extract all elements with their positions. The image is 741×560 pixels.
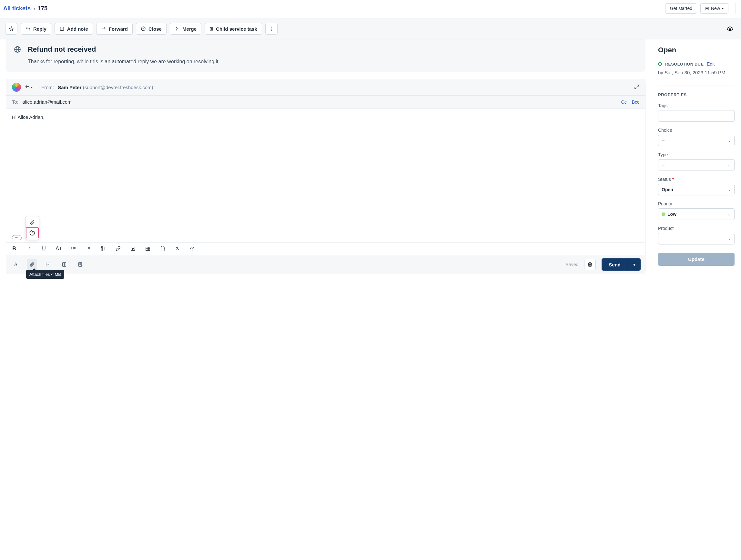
chevron-down-icon: ⌄ [728,163,731,167]
to-address[interactable]: alice.adrian@mail.com [22,99,72,105]
update-button[interactable]: Update [658,253,735,266]
ordered-list-button[interactable] [85,245,92,252]
from-label: From: [41,84,54,90]
clear-format-button[interactable] [174,245,181,252]
ticket-preview: Thanks for reporting, while this is an a… [28,59,638,65]
attach-cloud-option[interactable] [26,227,39,238]
kb-button[interactable] [59,259,69,270]
ai-button[interactable]: A [189,245,196,252]
watch-button[interactable] [724,23,736,35]
product-value: -- [662,236,665,241]
get-started-button[interactable]: Get started [665,3,697,13]
format-toolbar: B I U A⋮ ¶⋮ { } [6,242,645,255]
star-button[interactable] [5,23,17,35]
top-header: All tickets › 175 Get started ⊞ New ▾ [0,0,741,18]
send-button[interactable]: Send [602,258,628,271]
unordered-list-button[interactable] [70,245,77,252]
more-menu-button[interactable]: ⋮ [265,23,278,35]
globe-icon [13,46,21,53]
template-button[interactable] [75,259,85,270]
star-icon [9,26,14,31]
svg-line-9 [637,85,639,86]
child-task-button[interactable]: ⊞ Child service task [205,23,262,35]
reply-type-dropdown[interactable]: ▾ [25,84,36,90]
breadcrumb-parent[interactable]: All tickets [3,5,31,12]
tags-label: Tags [658,103,735,108]
kebab-icon: ⋮ [269,26,274,32]
type-select[interactable]: -- ⌄ [658,159,735,171]
main-column: Refund not received Thanks for reporting… [0,40,651,280]
status-label: Status* [658,177,735,182]
plus-box-icon: ⊞ [705,6,709,11]
merge-button[interactable]: Merge [170,23,201,35]
agent-avatar [12,83,21,92]
check-circle-icon [141,26,146,31]
edit-resolution-link[interactable]: Edit [707,61,715,67]
composer-from-row: ▾ From: Sam Peter (support@devrel.freshd… [6,79,645,96]
chevron-right-icon: › [33,5,35,12]
table-button[interactable] [144,245,151,252]
chevron-down-icon: ⌄ [728,212,731,216]
merge-label: Merge [182,26,197,32]
composer-footer: A Saved [6,255,645,274]
breadcrumb: All tickets › 175 [3,5,48,12]
svg-marker-0 [9,26,13,31]
type-label: Type [658,152,735,157]
expand-button[interactable] [634,84,639,90]
eye-icon [727,25,733,32]
clear-icon [175,246,180,251]
canned-response-button[interactable] [43,259,53,270]
attach-popup [25,216,40,240]
status-select[interactable]: Open ⌄ [658,184,735,195]
code-button[interactable]: { } [159,245,166,252]
product-select[interactable]: -- ⌄ [658,233,735,244]
composer-body[interactable]: Hi Alice Adrian, [6,109,645,235]
attach-tooltip: Attach files < MB [26,270,64,279]
discard-button[interactable] [584,259,596,270]
resolution-label: RESOLUTION DUE [665,62,703,67]
svg-point-4 [141,27,145,31]
chevron-down-icon: ⌄ [728,187,731,192]
reply-button[interactable]: Reply [21,23,51,35]
show-trimmed-button[interactable] [12,235,22,240]
paragraph-button[interactable]: ¶⋮ [100,245,107,252]
forward-label: Forward [109,26,128,32]
status-value: Open [662,187,673,192]
text-color-button[interactable]: A⋮ [55,245,62,252]
template-icon [78,262,83,267]
reply-icon [25,84,30,90]
link-button[interactable] [115,245,122,252]
send-dropdown[interactable]: ▾ [628,258,641,271]
text-format-footer-button[interactable]: A [11,259,21,270]
body-greeting: Hi Alice Adrian, [12,114,639,120]
image-button[interactable] [129,245,137,252]
add-note-label: Add note [67,26,88,32]
svg-point-12 [72,248,72,249]
from-email: (support@devrel.freshdesk.com) [83,84,153,90]
priority-value: Low [667,211,676,217]
ticket-status-heading: Open [658,46,735,54]
close-button[interactable]: Close [136,23,166,35]
divider [658,85,735,86]
bold-button[interactable]: B [11,245,18,252]
new-button[interactable]: ⊞ New ▾ [700,3,728,13]
add-cc[interactable]: Cc [621,100,627,105]
get-started-label: Get started [670,6,692,11]
chevron-down-icon: ▾ [633,262,635,267]
merge-icon [175,26,180,31]
italic-button[interactable]: I [25,245,32,252]
add-note-button[interactable]: Add note [55,23,93,35]
choice-select[interactable]: -- ⌄ [658,135,735,146]
priority-select[interactable]: Low ⌄ [658,208,735,220]
underline-button[interactable]: U [40,245,48,252]
plus-box-icon: ⊞ [209,26,213,31]
link-icon [116,246,121,251]
swirl-icon [29,230,36,236]
new-label: New [711,6,720,11]
list-ul-icon [71,246,76,251]
forward-button[interactable]: Forward [96,23,133,35]
tags-input[interactable] [658,110,735,122]
attach-file-option[interactable] [26,218,38,227]
expand-icon [634,84,639,89]
add-bcc[interactable]: Bcc [632,100,639,105]
